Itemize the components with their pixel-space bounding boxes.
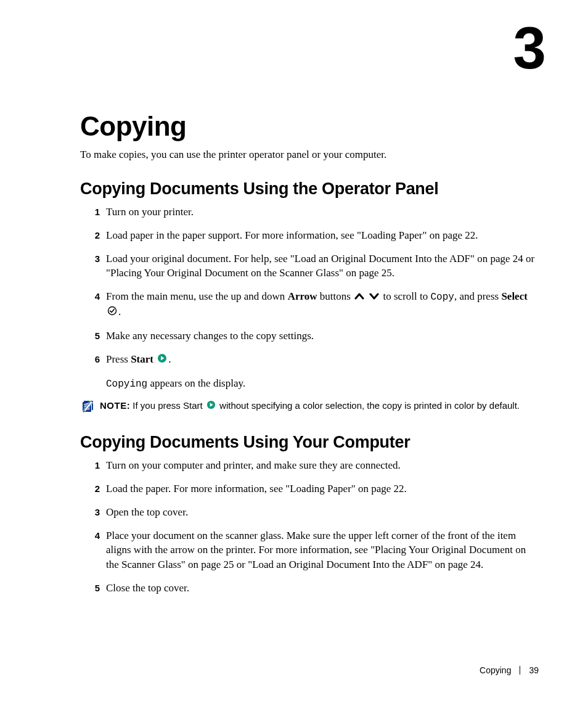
step-fragment: .: [168, 353, 171, 365]
step-item: 3 Load your original document. For help,…: [80, 252, 539, 281]
step-number: 1: [80, 205, 106, 218]
footer-page-number: 39: [529, 665, 539, 675]
start-play-icon: [157, 353, 167, 367]
step-fragment: .: [118, 306, 121, 318]
step-text: Load paper in the paper support. For mor…: [106, 228, 539, 243]
step-number: 6: [80, 352, 106, 366]
start-play-icon: [206, 400, 216, 413]
step-number: 2: [80, 482, 106, 495]
note-block: NOTE: If you press Start without specify…: [80, 400, 539, 416]
step-number: 4: [80, 289, 106, 303]
manual-page: 3 Copying To make copies, you can use th…: [0, 0, 588, 706]
step-text: Load the paper. For more information, se…: [106, 482, 539, 496]
chapter-title: Copying: [80, 111, 539, 142]
step-item: 5 Close the top cover.: [80, 581, 539, 596]
step-number: 2: [80, 228, 106, 242]
step-fragment: to scroll to: [383, 290, 431, 302]
step-number: 4: [80, 528, 106, 542]
display-text-copy: Copy: [431, 292, 454, 303]
step-number: 3: [80, 505, 106, 519]
note-fragment: If you press Start: [130, 400, 205, 411]
arrow-label: Arrow: [288, 290, 317, 302]
step-item: 1 Turn on your printer.: [80, 205, 539, 220]
step-text: Close the top cover.: [106, 581, 539, 596]
step-item: 5 Make any necessary changes to the copy…: [80, 329, 539, 343]
note-text: NOTE: If you press Start without specify…: [100, 400, 539, 413]
step-number: 1: [80, 458, 106, 472]
step-number: 5: [80, 581, 106, 594]
step-item: 3 Open the top cover.: [80, 505, 539, 520]
footer-separator: [520, 666, 520, 675]
step-item: 2 Load the paper. For more information, …: [80, 482, 539, 496]
svg-point-0: [108, 307, 116, 315]
chevron-up-icon: [354, 290, 364, 305]
select-check-icon: [107, 305, 117, 320]
chapter-intro: To make copies, you can use the printer …: [80, 148, 539, 162]
step-item: 4 From the main menu, use the up and dow…: [80, 289, 539, 320]
step-item: 2 Load paper in the paper support. For m…: [80, 228, 539, 243]
page-footer: Copying 39: [480, 665, 539, 675]
section-heading-operator-panel: Copying Documents Using the Operator Pan…: [80, 179, 539, 199]
step-fragment: appears on the display.: [147, 377, 245, 389]
note-fragment: without specifying a color selection, th…: [217, 400, 520, 411]
step-number: 5: [80, 329, 106, 342]
chevron-down-icon: [369, 290, 379, 305]
step-text: Open the top cover.: [106, 505, 539, 520]
step-item: 4 Place your document on the scanner gla…: [80, 528, 539, 572]
note-label: NOTE:: [100, 400, 130, 411]
step-fragment: buttons: [317, 290, 353, 302]
step-fragment: Press: [106, 353, 131, 365]
note-icon: [81, 400, 100, 416]
step-item: 6 Press Start . Copying appears on the d…: [80, 352, 539, 391]
steps-computer: 1 Turn on your computer and printer, and…: [80, 458, 539, 596]
start-label: Start: [131, 353, 153, 365]
step-text: From the main menu, use the up and down …: [106, 289, 539, 320]
step-text: Place your document on the scanner glass…: [106, 528, 539, 572]
step-fragment: From the main menu, use the up and down: [106, 290, 288, 302]
step-text: Load your original document. For help, s…: [106, 252, 539, 281]
step-number: 3: [80, 252, 106, 265]
step-text: Turn on your printer.: [106, 205, 539, 220]
step-text: Make any necessary changes to the copy s…: [106, 329, 539, 343]
step-text: Turn on your computer and printer, and m…: [106, 458, 539, 473]
step-fragment: , and press: [454, 290, 501, 302]
chapter-number: 3: [513, 18, 545, 78]
step-item: 1 Turn on your computer and printer, and…: [80, 458, 539, 473]
select-label: Select: [501, 290, 527, 302]
footer-title: Copying: [480, 665, 511, 675]
step-fragment: [153, 353, 156, 365]
section-heading-computer: Copying Documents Using Your Computer: [80, 433, 539, 452]
step-text: Press Start . Copying appears on the dis…: [106, 352, 539, 391]
step-subtext: Copying appears on the display.: [106, 376, 539, 391]
steps-operator-panel: 1 Turn on your printer. 2 Load paper in …: [80, 205, 539, 391]
display-text-copying: Copying: [106, 379, 147, 390]
